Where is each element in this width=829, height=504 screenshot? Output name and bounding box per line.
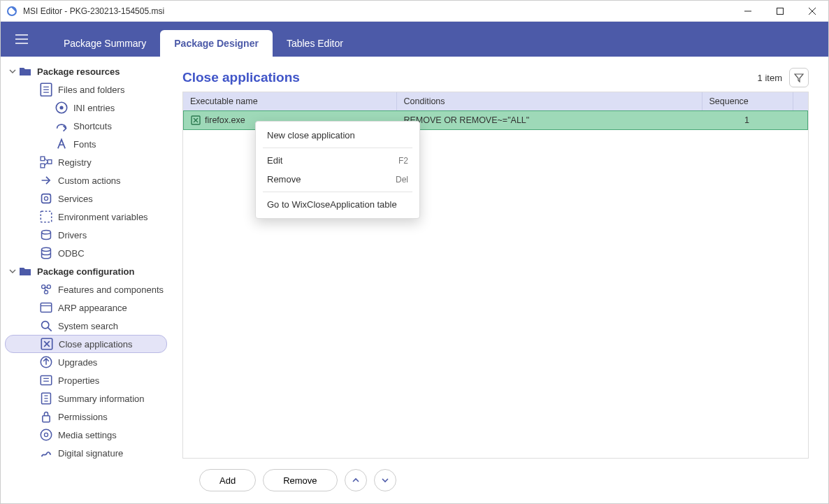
tree-item-media[interactable]: Media settings [1,426,171,444]
remove-button[interactable]: Remove [263,469,337,491]
cell-seq: 1 [702,111,793,130]
svg-rect-2 [777,8,784,14]
tree-item-close-apps[interactable]: Close applications [5,335,167,353]
window-title: MSI Editor - PKG-230213-154505.msi [23,6,164,16]
tree-item-services[interactable]: Services [1,189,171,208]
tree-label: Package configuration [37,266,134,277]
tree-item-files[interactable]: Files and folders [1,80,171,99]
tree-item-drivers[interactable]: Drivers [1,226,171,244]
tree-item-env[interactable]: Environment variables [1,208,171,226]
menu-shortcut: Del [396,175,408,185]
document-icon [40,83,52,96]
table-header-row: Executable name Conditions Sequence [183,92,808,110]
menu-new-close-app[interactable]: New close application [256,126,419,145]
signature-icon [40,447,52,459]
menu-label: Remove [267,174,301,185]
tree-item-properties[interactable]: Properties [1,371,171,389]
close-app-icon [191,115,201,125]
app-window: MSI Editor - PKG-230213-154505.msi Packa… [0,0,829,504]
tab-package-summary[interactable]: Package Summary [50,30,160,57]
hamburger-menu[interactable] [8,22,36,57]
svg-rect-21 [41,211,51,222]
tree-label: Package resources [37,66,120,77]
search-icon [40,319,52,332]
svg-point-45 [41,429,51,440]
tab-package-designer[interactable]: Package Designer [160,30,273,57]
cell-cond: REMOVE OR REMOVE~="ALL" [397,111,702,130]
driver-icon [40,229,52,241]
tree-label: ARP appearance [58,303,127,313]
col-spacer [793,92,808,110]
ribbon: Package Summary Package Designer Tables … [1,22,828,57]
close-button[interactable] [796,1,828,22]
svg-line-32 [48,328,52,331]
col-cond[interactable]: Conditions [396,92,702,110]
tree-item-permissions[interactable]: Permissions [1,408,171,426]
svg-point-22 [42,231,51,234]
tree-section-resources[interactable]: Package resources [1,62,171,80]
tree-label: Summary information [58,394,145,404]
col-seq[interactable]: Sequence [702,92,793,110]
tree-item-arp[interactable]: ARP appearance [1,298,171,317]
filter-button[interactable] [789,68,809,87]
tree-label: Fonts [73,139,96,150]
item-count: 1 item [758,73,782,83]
svg-rect-19 [42,194,51,203]
menu-label: Go to WixCloseApplication table [267,199,397,210]
tree-item-fonts[interactable]: Fonts [1,135,171,153]
svg-line-18 [45,162,48,166]
properties-icon [40,374,52,387]
tree-label: Custom actions [58,175,121,186]
menu-edit[interactable]: Edit F2 [256,151,419,170]
tree-label: Services [58,194,93,204]
chevron-down-icon [9,266,19,277]
minimize-button[interactable] [732,1,764,22]
svg-rect-16 [48,160,52,164]
tree-item-ini[interactable]: INI entries [1,99,171,117]
svg-point-0 [8,7,16,15]
tree-section-config[interactable]: Package configuration [1,262,171,280]
tree-label: INI entries [73,103,115,113]
menu-divider [263,192,412,192]
col-exe[interactable]: Executable name [183,92,396,110]
arrow-right-icon [40,174,52,187]
maximize-button[interactable] [764,1,796,22]
cell-exe: firefox.exe [205,115,245,125]
tree-item-summary-info[interactable]: Summary information [1,389,171,408]
tree-label: Permissions [58,412,108,422]
env-icon [40,210,52,223]
tree-label: Features and components [58,285,164,295]
tree-item-search[interactable]: System search [1,317,171,335]
tree-label: Close applications [59,339,133,350]
svg-rect-29 [41,303,51,312]
titlebar: MSI Editor - PKG-230213-154505.msi [1,1,828,22]
menu-goto-table[interactable]: Go to WixCloseApplication table [256,195,419,214]
add-button[interactable]: Add [199,469,256,491]
tab-tables-editor[interactable]: Tables Editor [273,30,357,57]
chevron-down-icon [9,66,19,77]
tree-item-signature[interactable]: Digital signature [1,444,171,462]
menu-remove[interactable]: Remove Del [256,170,419,189]
move-up-button[interactable] [345,469,367,491]
tree-label: Drivers [58,230,87,240]
sidebar: Package resources Files and folders INI … [1,57,171,503]
chevron-down-icon [381,476,389,484]
tree-item-features[interactable]: Features and components [1,280,171,298]
svg-point-46 [44,433,48,436]
move-down-button[interactable] [374,469,396,491]
tree-item-custom-actions[interactable]: Custom actions [1,171,171,189]
tree-label: Upgrades [58,357,97,368]
svg-point-31 [42,322,49,329]
services-icon [40,192,52,205]
tree-item-odbc[interactable]: ODBC [1,244,171,262]
tree-item-registry[interactable]: Registry [1,153,171,171]
svg-point-23 [42,247,51,251]
tree-label: Shortcuts [73,121,112,131]
upgrade-icon [40,356,52,368]
tree-item-shortcuts[interactable]: Shortcuts [1,117,171,135]
tree-item-upgrades[interactable]: Upgrades [1,353,171,371]
tree-label: Registry [58,157,92,168]
chevron-up-icon [352,476,360,484]
ribbon-tabs: Package Summary Package Designer Tables … [50,30,357,57]
menu-label: New close application [267,130,355,141]
